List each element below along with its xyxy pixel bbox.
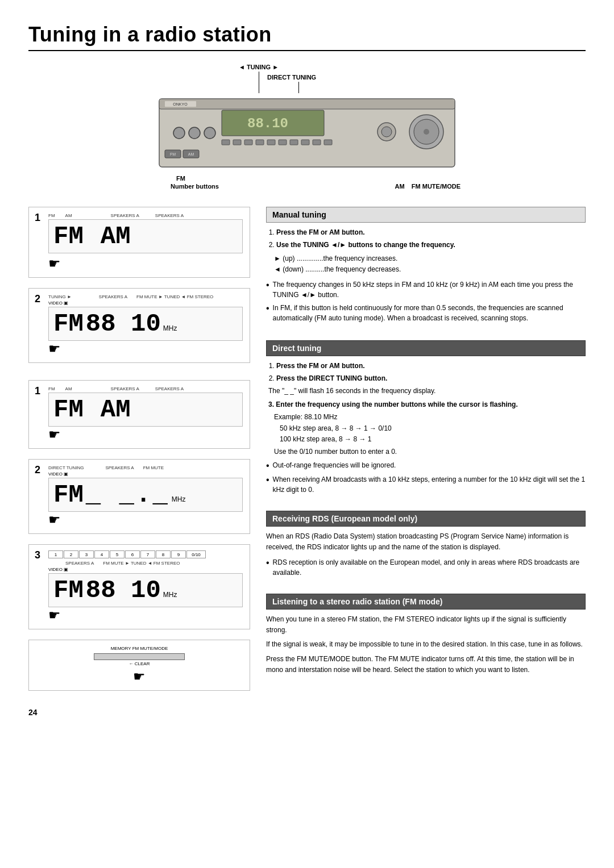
step2-speakers-label: SPEAKERS A [99, 294, 127, 299]
stereo-text1: When you tune in a stereo FM station, th… [266, 614, 586, 636]
num-btn-8: 8 [156, 550, 171, 558]
svg-point-18 [204, 127, 215, 139]
step1-am-label: AM [65, 213, 72, 218]
manual-tuning-section: Manual tuning Press the FM or AM button.… [266, 207, 586, 323]
svg-rect-15 [324, 140, 332, 145]
page-number: 24 [28, 708, 586, 717]
svg-text:FM: FM [170, 152, 176, 156]
svg-point-17 [189, 127, 200, 139]
receiver-diagram: ◄ TUNING ► DIRECT TUNING ONKYO 88.10 [28, 64, 586, 190]
manual-bullet-2: • In FM, if this button is held continuo… [266, 303, 586, 323]
direct-step1-am: AM [65, 386, 72, 391]
manual-step2-inner: TUNING ► SPEAKERS A FM MUTE ► TUNED ◄ FM… [48, 294, 243, 357]
tuning-label: ◄ TUNING ► [239, 64, 279, 70]
direct-bullet-dot-2: • [266, 474, 269, 485]
direct-step1-am-disp: AM [101, 395, 131, 424]
step1-fm-label: FM [48, 213, 55, 218]
direct-step2-header: DIRECT TUNING SPEAKERS A FM MUTE [48, 465, 243, 470]
number-buttons-label: Number buttons [171, 183, 219, 190]
svg-rect-9 [256, 140, 264, 145]
direct-bullet-dot-1: • [266, 460, 269, 471]
manual-step2-freq: 88 10 [86, 310, 161, 338]
direct-step2-fm-mute: FM MUTE [143, 465, 164, 470]
receiver-svg: ONKYO 88.10 FM AM [148, 93, 466, 173]
number-buttons-row: 1 2 3 4 5 6 7 8 9 0/10 [48, 550, 243, 558]
rds-bullet-dot-1: • [266, 557, 269, 568]
bullet-dot-1: • [266, 279, 269, 290]
num-btn-010: 0/10 [186, 550, 206, 558]
svg-point-23 [381, 127, 392, 137]
manual-step1-box: 1 FM AM SPEAKERS A SPEAKERS A FM AM ☛ [28, 207, 250, 278]
direct-instr-1: Press the FM or AM button. [276, 362, 365, 370]
manual-step1-fm-display: FM [53, 222, 84, 251]
svg-text:88.10: 88.10 [247, 116, 288, 131]
direct-step3-line2: 100 kHz step area, 8 → 8 → 1 [266, 434, 586, 444]
svg-rect-13 [301, 140, 309, 145]
direct-step1-header: FM AM SPEAKERS A SPEAKERS A [48, 386, 243, 391]
direct-bullet-1: • Out-of-range frequencies will be ignor… [266, 460, 586, 471]
num-btn-1: 1 [48, 550, 63, 558]
direct-step2-fm: FM [53, 481, 84, 509]
direct-bullet-1-text: Out-of-range frequencies will be ignored… [273, 460, 396, 470]
step1-speakers-a-label: SPEAKERS A [111, 213, 139, 218]
direct-tuning-section: Direct tuning Press the FM or AM button.… [266, 340, 586, 494]
main-content: 1 FM AM SPEAKERS A SPEAKERS A FM AM ☛ [28, 207, 586, 691]
direct-after-step2: The "_ _" will flash 16 seconds in the f… [266, 386, 586, 396]
num-btn-7: 7 [140, 550, 155, 558]
direct-bullet-2-text: When receiving AM broadcasts with a 10 k… [273, 474, 586, 495]
receiving-rds-section: Receiving RDS (European model only) When… [266, 511, 586, 578]
manual-step1-hand: ☛ [48, 256, 243, 272]
right-column: Manual tuning Press the FM or AM button.… [266, 207, 586, 691]
memory-box: MEMORY FM MUTE/MODE ← CLEAR ☛ [28, 640, 250, 691]
manual-step2-hand: ☛ [48, 341, 243, 357]
direct-step3-fm: FM [53, 576, 84, 604]
direct-example: Example: 88.10 MHz [266, 412, 586, 422]
rds-bullet-1-text: RDS reception is only available on the E… [273, 557, 586, 578]
direct-step2-hand: ☛ [48, 512, 243, 528]
manual-step2-display: FM [53, 310, 84, 338]
fm-mute-mode-label: FM MUTE/MODE [412, 183, 460, 190]
direct-step3-freq: 88 10 [86, 576, 161, 604]
svg-rect-12 [290, 140, 298, 145]
direct-step2-number: 2 [35, 464, 40, 476]
fm-label: FM [176, 175, 185, 182]
direct-step2-mhz: MHz [172, 495, 186, 507]
manual-bullet-1: • The frequency changes in 50 kHz steps … [266, 279, 586, 300]
direct-instr-2: Press the DIRECT TUNING button. [276, 374, 387, 382]
direct-step1-number: 1 [35, 385, 40, 397]
svg-rect-8 [244, 140, 252, 145]
direct-step3-header: SPEAKERS A FM MUTE ► TUNED ◄ FM STEREO [48, 561, 243, 566]
direct-step1-inner: FM AM SPEAKERS A SPEAKERS A FM AM ☛ [48, 386, 243, 443]
direct-step1-box: 1 FM AM SPEAKERS A SPEAKERS A FM AM ☛ [28, 380, 250, 449]
rds-header: Receiving RDS (European model only) [266, 511, 586, 527]
direct-step3-inner: 1 2 3 4 5 6 7 8 9 0/10 SPEAKERS A FM MUT… [48, 550, 243, 623]
memory-hand: ☛ [133, 669, 146, 685]
num-btn-3: 3 [79, 550, 94, 558]
direct-tuning-label: DIRECT TUNING [267, 74, 316, 81]
direct-step3-number: 3 [35, 549, 40, 561]
video-label: VIDEO ▣ [48, 301, 243, 306]
memory-label: MEMORY FM MUTE/MODE [111, 646, 168, 651]
direct-step3-video: VIDEO ▣ [48, 567, 243, 572]
svg-rect-6 [222, 140, 230, 145]
direct-step1-fm-disp: FM [53, 395, 84, 424]
clear-label: ← CLEAR [129, 661, 150, 666]
direct-step1-hand: ☛ [48, 427, 243, 443]
num-btn-5: 5 [110, 550, 125, 558]
direct-step2-box: 2 DIRECT TUNING SPEAKERS A FM MUTE VIDEO… [28, 459, 250, 534]
listening-stereo-section: Listening to a stereo radio station (FM … [266, 594, 586, 675]
num-btn-4: 4 [94, 550, 109, 558]
stereo-header: Listening to a stereo radio station (FM … [266, 594, 586, 610]
manual-bullet-1-text: The frequency changes in 50 kHz steps in… [273, 279, 586, 300]
rds-text: When an RDS (Radio Data System) station … [266, 531, 586, 553]
direct-tuning-header: Direct tuning [266, 340, 586, 356]
direct-step3-fm-mute: FM MUTE ► TUNED ◄ FM STEREO [103, 561, 180, 566]
page-title: Tuning in a radio station [28, 23, 586, 47]
manual-instr-1: Press the FM or AM button. [276, 228, 365, 236]
direct-step1-fm: FM [48, 386, 55, 391]
num-btn-2: 2 [64, 550, 78, 558]
direct-step1-spkA: SPEAKERS A [111, 386, 139, 391]
manual-step2-number: 2 [35, 293, 40, 305]
num-btn-6: 6 [125, 550, 140, 558]
stereo-text3: Press the FM MUTE/MODE button. The FM MU… [266, 654, 586, 675]
